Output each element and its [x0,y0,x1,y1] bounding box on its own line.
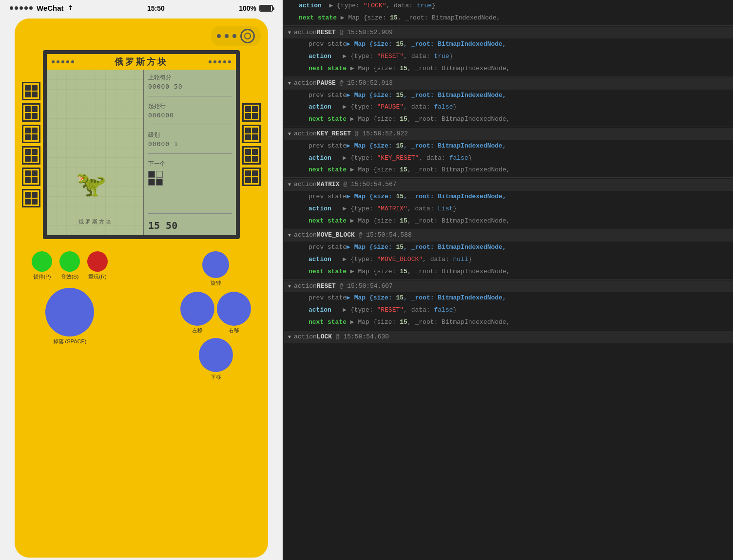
log-action-prefix-reset2: action [294,281,317,292]
status-right: 100% [239,4,273,12]
log-action-name-move-block: MOVE_BLOCK [317,230,355,241]
log-action-content-move-block: ▶ {type: "MOVE_BLOCK", data: null} [331,255,472,265]
game-area: 俄罗斯方块 [22,50,261,239]
divider-0 [283,25,733,26]
piece-cell [148,179,155,186]
log-row-action-pause: action ▶ {type: "PAUSE", data: false} [284,101,733,113]
level-section: 级别 00000 1 [148,131,232,148]
log-prev-content-pause: ▶ Map {size: 15, _root: BitmapIndexedNod… [347,91,506,101]
deco-block-r4 [242,168,261,186]
log-row-action-key-reset: action ▶ {type: "KEY_RESET", data: false… [284,152,733,165]
sound-button-wrap: 音效(S) [59,251,80,280]
header-dot-2 [225,34,229,38]
pause-button-wrap: 暂停(P) [32,251,52,280]
expand-icon-reset2[interactable]: ▼ [288,283,291,291]
log-next-state-0: next state [299,13,337,23]
sound-button[interactable] [59,251,80,272]
deco-block-r2 [242,125,261,143]
left-label: 左移 [192,327,203,334]
log-row-next-0: next state ▶ Map {size: 15, _root: Bitma… [284,12,733,24]
log-action-prefix-matrix: action [294,180,317,190]
log-entry-move-block: ▼ action MOVE_BLOCK @ 15:50:54.588 prev … [283,229,733,278]
small-buttons: 暂停(P) 音效(S) 重玩(R) [32,251,108,280]
log-next-content-move-block: ▶ Map {size: 15, _root: BitmapIndexedNod… [347,267,510,277]
drop-button[interactable] [45,288,94,336]
restart-button-wrap: 重玩(R) [87,251,108,280]
log-row-header-move-block[interactable]: ▼ action MOVE_BLOCK @ 15:50:54.588 [284,229,733,242]
divider-2 [148,125,232,125]
log-row-header-lock2[interactable]: ▼ action LOCK @ 15:50:54.630 [284,331,733,343]
down-button[interactable] [199,338,233,372]
pause-button[interactable] [32,251,52,272]
expand-icon-pause[interactable]: ▼ [288,80,291,88]
right-button[interactable] [217,292,251,326]
log-timestamp-matrix: @ 15:50:54.567 [340,180,397,190]
left-controls: 暂停(P) 音效(S) 重玩(R) 掉落 (SPACE) [32,251,108,345]
title-dots-right [209,60,231,63]
log-timestamp-reset2: @ 15:50:54.607 [336,281,393,292]
down-label: 下移 [211,373,221,381]
signal-dot-4 [24,6,28,10]
status-bar: WeChat ⇡ 15:50 100% [0,0,283,16]
log-prev-label-reset2: prev state [309,293,347,303]
restart-button[interactable] [87,251,108,272]
expand-icon-key-reset[interactable]: ▼ [288,131,291,138]
log-action-prefix-lock2: action [294,332,317,342]
log-content-0: ▶ {type: "LOCK", data: true} [322,1,436,11]
rotate-button-wrap: 旋转 [202,251,229,287]
log-prev-content-matrix: ▶ Map {size: 15, _root: BitmapIndexedNod… [347,192,506,202]
expand-icon-reset1[interactable]: ▼ [288,29,291,37]
log-row-next-key-reset: next state ▶ Map {size: 15, _root: Bitma… [284,164,733,176]
log-row-next-move-block: next state ▶ Map {size: 15, _root: Bitma… [284,266,733,278]
divider-4 [148,213,232,214]
pause-label: 暂停(P) [33,273,51,280]
rotate-button[interactable] [202,251,229,278]
log-row-header-reset1[interactable]: ▼ action RESET @ 15:50:52.909 [284,27,733,39]
divider-6 [283,330,733,330]
log-row-header-reset2[interactable]: ▼ action RESET @ 15:50:54.607 [284,280,733,293]
expand-icon-move-block[interactable]: ▼ [288,232,291,240]
device-header [22,26,261,46]
log-action-name-matrix: MATRIX [317,180,340,190]
title-dots-left [52,60,74,63]
score-label: 上轮得分 [148,74,232,82]
divider-4 [283,228,733,228]
log-action-content-matrix: ▶ {type: "MATRIX", data: List} [331,204,457,214]
time-display: 15:50 [147,4,165,12]
log-action-content-pause: ▶ {type: "PAUSE", data: false} [331,102,457,112]
controls-area: 暂停(P) 音效(S) 重玩(R) 掉落 (SPACE) [22,246,261,386]
log-prev-content-key-reset: ▶ Map {size: 15, _root: BitmapIndexedNod… [347,141,506,151]
log-prev-content-reset1: ▶ Map {size: 15, _root: BitmapIndexedNod… [347,39,506,50]
log-row-header-matrix[interactable]: ▼ action MATRIX @ 15:50:54.567 [284,179,733,191]
log-action-name-pause: PAUSE [317,78,336,89]
left-button[interactable] [180,292,214,326]
game-device-body: 俄罗斯方块 [15,19,268,558]
log-action-label-reset1: action [309,52,331,62]
log-row-action-0: action ▶ {type: "LOCK", data: true} [284,0,733,12]
log-row-header-key-reset[interactable]: ▼ action KEY_RESET @ 15:50:52.922 [284,128,733,140]
log-action-label-0: action [299,1,322,11]
signal-dot-3 [19,6,23,10]
expand-icon-matrix[interactable]: ▼ [288,181,291,189]
signal-dots [10,6,33,10]
log-action-prefix-move-block: action [294,230,317,241]
right-controls: 旋转 左移 右移 下移 [180,251,251,381]
log-action-content-reset1: ▶ {type: "RESET", data: true} [331,52,453,62]
log-row-prev-move-block: prev state ▶ Map {size: 15, _root: Bitma… [284,242,733,254]
log-entry-reset-1: ▼ action RESET @ 15:50:52.909 prev state… [283,27,733,75]
log-row-action-reset2: action ▶ {type: "RESET", data: false} [284,304,733,317]
divider-2 [283,127,733,127]
deco-block-4 [22,146,40,165]
battery-icon [259,5,273,12]
log-next-content-matrix: ▶ Map {size: 15, _root: BitmapIndexedNod… [347,216,510,226]
grid-background [47,70,144,235]
log-row-header-pause[interactable]: ▼ action PAUSE @ 15:50:52.913 [284,77,733,90]
expand-icon-lock2[interactable]: ▼ [288,334,291,341]
log-row-prev-reset1: prev state ▶ Map {size: 15, _root: Bitma… [284,38,733,51]
right-decorations [242,103,261,186]
game-screen: 🦖 俄罗斯方块 上轮得分 00000 50 起始行 [47,70,236,235]
deco-block-1 [22,82,40,100]
divider-3 [283,177,733,178]
piece-cell [156,171,163,178]
header-dot-1 [217,34,221,38]
